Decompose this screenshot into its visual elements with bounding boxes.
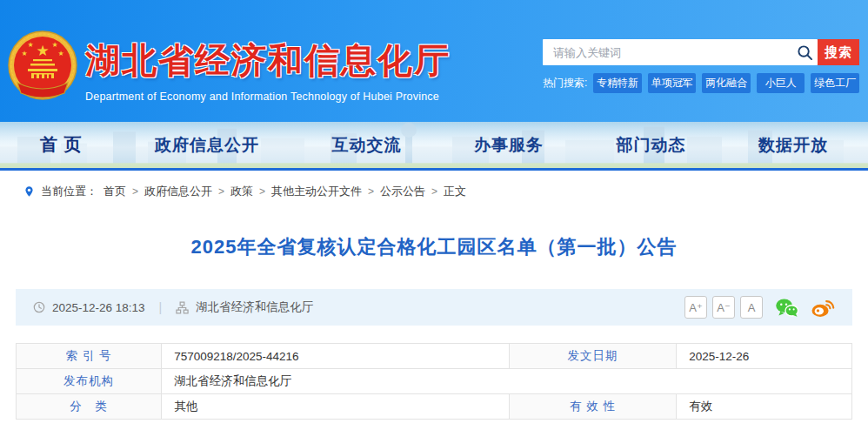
hot-tag-lianghuaronghe[interactable]: 两化融合: [702, 73, 751, 93]
nav-item-open-data[interactable]: 数据开放: [758, 134, 828, 157]
crumb-policy[interactable]: 政策: [230, 184, 253, 199]
validity-label: 有 效 性: [509, 394, 676, 420]
issuing-agency-label: 发布机构: [17, 369, 162, 394]
issue-date-value: 2025-12-26: [677, 344, 852, 369]
document-info-table: 索 引 号 757009218/2025-44216 发文日期 2025-12-…: [16, 343, 852, 420]
crumb-current-page: 正文: [444, 184, 466, 199]
site-subtitle: Department of Economy and Information Te…: [85, 91, 451, 103]
crumb-separator: >: [431, 185, 437, 198]
site-header: ★ ★ ★ ★ ★ 湖北省经济和信息化厅 Department of Econo…: [0, 0, 868, 122]
font-size-decrease-button[interactable]: A⁻: [712, 296, 735, 319]
meta-divider: |: [159, 300, 163, 314]
search-box: [543, 39, 818, 65]
hot-search-label: 热门搜索:: [543, 76, 587, 91]
table-row: 分 类 其他 有 效 性 有效: [17, 394, 852, 420]
svg-text:★: ★: [36, 43, 49, 59]
crumb-other-public-docs[interactable]: 其他主动公开文件: [271, 184, 362, 199]
article-title: 2025年全省复核认定合格化工园区名单（第一批）公告: [0, 234, 868, 260]
source-org-icon: [176, 301, 189, 314]
font-size-reset-button[interactable]: A: [740, 296, 763, 319]
crumb-separator: >: [218, 185, 224, 198]
nav-item-interaction[interactable]: 互动交流: [332, 134, 402, 157]
hot-search-row: 热门搜索: 专精特新 单项冠军 两化融合 小巨人 绿色工厂: [543, 73, 859, 93]
weibo-share-icon[interactable]: [811, 297, 835, 318]
category-value: 其他: [162, 394, 510, 420]
crumb-separator: >: [259, 185, 265, 198]
index-number-value: 757009218/2025-44216: [162, 344, 510, 369]
svg-text:★: ★: [21, 50, 27, 57]
publish-time: 2025-12-26 18:13: [52, 301, 145, 314]
crumb-separator: >: [368, 185, 374, 198]
search-input[interactable]: [543, 46, 791, 59]
nav-item-gov-info[interactable]: 政府信息公开: [155, 134, 259, 157]
site-title: 湖北省经济和信息化厅: [85, 37, 451, 84]
search-icon: [791, 44, 818, 61]
brand-home-link[interactable]: ★ ★ ★ ★ ★ 湖北省经济和信息化厅 Department of Econo…: [7, 30, 451, 104]
svg-text:★: ★: [27, 41, 33, 49]
table-row: 索 引 号 757009218/2025-44216 发文日期 2025-12-…: [17, 344, 852, 369]
validity-value: 有效: [677, 394, 852, 420]
wechat-share-icon[interactable]: [775, 298, 798, 318]
table-row: 发布机构 湖北省经济和信息化厅: [17, 369, 852, 394]
nav-item-department-news[interactable]: 部门动态: [617, 134, 686, 157]
svg-text:★: ★: [51, 41, 57, 49]
main-nav: 首 页 政府信息公开 互动交流 办事服务 部门动态 数据开放: [0, 122, 868, 171]
index-number-label: 索 引 号: [17, 344, 162, 369]
crumb-gov-info[interactable]: 政府信息公开: [144, 184, 212, 199]
hot-tag-danxiangguanjun[interactable]: 单项冠军: [648, 73, 697, 93]
clock-icon: [33, 301, 45, 313]
crumb-public-notice[interactable]: 公示公告: [380, 184, 425, 199]
article-source: 湖北省经济和信息化厅: [196, 299, 313, 315]
hot-tag-zhuanjingtexin[interactable]: 专精特新: [593, 73, 642, 93]
article-meta-bar: 2025-12-26 18:13 | 湖北省经济和信息化厅 A⁺ A⁻ A: [16, 289, 852, 326]
breadcrumb-label: 当前位置：: [41, 184, 97, 199]
nav-item-services[interactable]: 办事服务: [474, 134, 544, 157]
search-button[interactable]: 搜索: [818, 39, 859, 65]
nav-item-home[interactable]: 首 页: [40, 133, 83, 157]
svg-text:★: ★: [57, 50, 63, 57]
issuing-agency-value: 湖北省经济和信息化厅: [162, 369, 852, 394]
font-size-increase-button[interactable]: A⁺: [684, 296, 707, 319]
search-area: 搜索 热门搜索: 专精特新 单项冠军 两化融合 小巨人 绿色工厂: [543, 39, 859, 93]
national-emblem-icon: ★ ★ ★ ★ ★: [7, 30, 78, 104]
breadcrumb: 当前位置： 首页 > 政府信息公开 > 政策 > 其他主动公开文件 > 公示公告…: [0, 171, 868, 199]
crumb-home[interactable]: 首页: [103, 184, 126, 199]
hot-tag-lvsegongchang[interactable]: 绿色工厂: [811, 73, 859, 93]
category-label: 分 类: [17, 394, 162, 420]
hot-tag-xiaojuren[interactable]: 小巨人: [757, 73, 805, 93]
issue-date-label: 发文日期: [509, 344, 676, 369]
crumb-separator: >: [132, 185, 138, 198]
location-pin-icon: [23, 185, 35, 198]
